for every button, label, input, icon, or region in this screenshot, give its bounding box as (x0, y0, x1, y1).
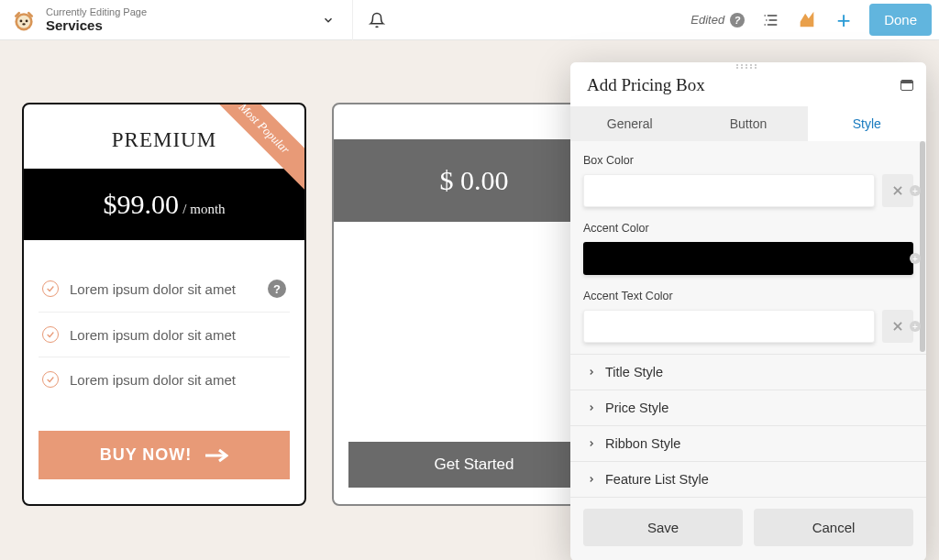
svg-point-2 (20, 19, 23, 22)
feature-item: Lorem ipsum dolor sit amet (39, 313, 290, 357)
accent-color-swatch[interactable] (583, 242, 913, 275)
close-icon (891, 184, 904, 197)
add-module-button[interactable]: + (833, 9, 855, 31)
pricing-card-premium[interactable]: PREMIUM Most Popular $99.00 / month Lore… (22, 103, 306, 506)
box-color-label: Box Color (583, 154, 913, 167)
svg-point-1 (17, 15, 30, 27)
check-icon (42, 371, 59, 388)
feature-item: Lorem ipsum dolor sit amet (39, 357, 290, 401)
accordion-price-style[interactable]: Price Style (570, 390, 926, 426)
panel-tabs: General Button Style (570, 106, 926, 141)
chevron-right-icon (587, 368, 596, 377)
check-icon (42, 326, 59, 343)
box-color-swatch[interactable] (583, 174, 875, 207)
accordion-feature-list-style[interactable]: Feature List Style (570, 462, 926, 498)
price-value: $99.00 (103, 189, 179, 219)
arrow-right-icon (204, 448, 228, 463)
buy-now-button[interactable]: BUY NOW! (39, 431, 290, 479)
svg-point-4 (22, 23, 26, 25)
price-band: $99.00 / month (24, 169, 304, 240)
accent-color-label: Accent Color (583, 222, 913, 235)
svg-point-20 (750, 67, 752, 69)
feature-text: Lorem ipsum dolor sit amet (70, 327, 236, 343)
help-icon[interactable]: ? (268, 280, 286, 298)
accent-text-color-label: Accent Text Color (583, 290, 913, 302)
expand-icon[interactable] (900, 80, 913, 91)
chevron-right-icon (587, 475, 596, 484)
svg-point-16 (755, 64, 757, 66)
connector-dot[interactable]: + (910, 321, 921, 332)
check-icon (42, 280, 59, 297)
notifications-icon[interactable] (366, 9, 388, 31)
separator (352, 0, 353, 40)
edited-indicator[interactable]: Edited ? (690, 13, 745, 27)
svg-point-17 (736, 67, 738, 69)
feature-item: Lorem ipsum dolor sit amet ? (39, 266, 290, 313)
connector-dot[interactable]: + (910, 185, 921, 196)
cta-label: BUY NOW! (100, 445, 193, 465)
accordion-ribbon-style[interactable]: Ribbon Style (570, 426, 926, 462)
close-icon (891, 320, 904, 333)
help-icon[interactable]: ? (730, 13, 745, 27)
svg-point-19 (746, 67, 747, 69)
feature-text: Lorem ipsum dolor sit amet (70, 281, 236, 297)
svg-point-21 (755, 67, 757, 69)
assistant-icon[interactable] (796, 9, 818, 31)
feature-text: Lorem ipsum dolor sit amet (70, 372, 236, 388)
svg-point-12 (736, 64, 738, 66)
svg-point-14 (746, 64, 747, 66)
chevron-right-icon (587, 439, 596, 448)
tab-general[interactable]: General (570, 106, 689, 141)
beaver-logo (11, 7, 37, 33)
panel-title: Add Pricing Box (587, 75, 705, 95)
chevron-right-icon (587, 403, 596, 412)
svg-point-15 (750, 64, 752, 66)
top-bar: Currently Editing Page Services Edited ?… (0, 0, 939, 40)
tab-style[interactable]: Style (808, 106, 926, 141)
title-dropdown[interactable] (317, 9, 339, 31)
accordion-label: Ribbon Style (605, 436, 680, 451)
clear-accent-text-color[interactable] (882, 310, 913, 343)
edited-label: Edited (690, 13, 724, 27)
feature-list: Lorem ipsum dolor sit amet ? Lorem ipsum… (24, 240, 304, 411)
page-title: Services (46, 17, 284, 33)
accordion-label: Title Style (605, 365, 663, 379)
price-period: / month (182, 202, 225, 216)
scrollbar[interactable] (920, 141, 925, 352)
connector-dot[interactable]: + (910, 253, 921, 264)
get-started-button[interactable]: Get Started (348, 442, 600, 488)
done-button[interactable]: Done (869, 4, 932, 36)
tab-button[interactable]: Button (689, 106, 807, 141)
outline-icon[interactable] (759, 9, 781, 31)
svg-point-3 (26, 19, 28, 22)
editing-subtitle: Currently Editing Page (46, 6, 284, 17)
accordion-label: Feature List Style (605, 472, 709, 487)
accordion-title-style[interactable]: Title Style (570, 355, 926, 390)
accent-text-color-swatch[interactable] (583, 310, 875, 343)
svg-point-13 (741, 64, 743, 66)
svg-point-18 (741, 67, 743, 69)
price-value: $ 0.00 (440, 165, 509, 195)
clear-box-color[interactable] (882, 174, 913, 207)
cancel-button[interactable]: Cancel (754, 509, 913, 546)
accordion-label: Price Style (605, 401, 668, 415)
save-button[interactable]: Save (583, 509, 743, 546)
settings-panel: Add Pricing Box General Button Style Box… (570, 62, 926, 560)
